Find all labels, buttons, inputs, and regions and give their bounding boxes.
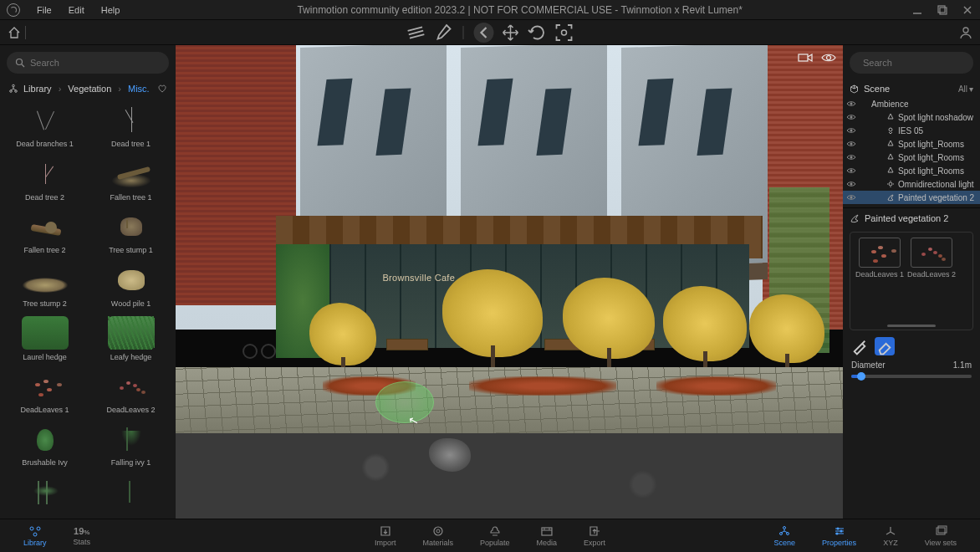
scene-node[interactable]: Spot light noshadow (843, 110, 980, 124)
eyedropper-tool-icon[interactable] (433, 23, 453, 43)
scene-node-ambience[interactable]: Ambience (843, 97, 980, 110)
selection-thumb[interactable]: DeadLeaves 1 (855, 238, 904, 279)
dock-properties-button[interactable]: Properties (809, 525, 870, 547)
viewport-visibility-icon[interactable] (821, 52, 836, 64)
scene-node[interactable]: Spot light_Rooms (843, 137, 980, 151)
visibility-toggle-icon[interactable] (846, 179, 856, 189)
svg-point-10 (10, 90, 13, 93)
svg-point-21 (850, 156, 853, 159)
visibility-toggle-icon[interactable] (846, 166, 856, 176)
scene-search[interactable] (850, 52, 973, 74)
dock-viewsets-button[interactable]: View sets (911, 525, 970, 547)
menu-file[interactable]: File (28, 5, 60, 15)
svg-rect-31 (542, 528, 552, 535)
breadcrumb-misc[interactable]: Misc. (128, 84, 150, 94)
paint-mode-button[interactable] (850, 337, 870, 355)
visibility-toggle-icon[interactable] (846, 152, 856, 162)
dock-label: View sets (925, 539, 957, 547)
asset-grid[interactable]: Dead branches 1 Dead tree 1 Dead tree 2 … (0, 97, 176, 519)
dock-materials-button[interactable]: Materials (409, 525, 467, 547)
asset-item[interactable]: Brushable Ivy (7, 419, 83, 471)
scene-node[interactable]: Spot light_Rooms (843, 151, 980, 164)
scene-node[interactable]: Spot light_Rooms (843, 164, 980, 177)
asset-item[interactable] (7, 473, 83, 516)
xyz-icon (884, 525, 897, 537)
asset-item[interactable]: Fallen tree 2 (7, 207, 83, 258)
menu-help[interactable]: Help (93, 5, 129, 15)
library-search-input[interactable] (30, 58, 161, 68)
visibility-toggle-icon[interactable] (846, 99, 856, 109)
favorite-icon[interactable] (157, 84, 167, 94)
thumb-scrollbar[interactable] (887, 325, 936, 327)
dock-export-button[interactable]: Export (570, 525, 619, 547)
svg-point-16 (850, 103, 853, 105)
svg-point-17 (850, 116, 853, 119)
erase-mode-button[interactable] (875, 337, 895, 355)
materials-icon (431, 525, 445, 537)
dock-label: Materials (422, 539, 453, 547)
svg-point-29 (434, 527, 442, 535)
scene-node-selected[interactable]: Painted vegetation 2 (843, 191, 980, 204)
asset-label: Fallen tree 2 (23, 246, 65, 254)
visibility-toggle-icon[interactable] (846, 139, 856, 149)
window-close-button[interactable] (962, 4, 973, 16)
asset-item[interactable]: Dead tree 1 (93, 100, 169, 152)
scene-tree: Ambience Spot light noshadow IES 05 Spot… (843, 97, 980, 204)
window-minimize-button[interactable] (911, 4, 923, 16)
focus-tool-icon[interactable] (554, 23, 574, 43)
menu-edit[interactable]: Edit (60, 5, 93, 15)
dock-xyz-button[interactable]: XYZ (870, 525, 911, 547)
scene-node[interactable]: IES 05 (843, 124, 980, 137)
asset-item[interactable]: Tree stump 1 (93, 207, 169, 258)
visibility-toggle-icon[interactable] (846, 192, 856, 202)
visibility-toggle-icon[interactable] (846, 125, 856, 135)
window-maximize-button[interactable] (937, 4, 948, 16)
scene-search-input[interactable] (863, 58, 978, 68)
asset-item[interactable]: Dead tree 2 (7, 154, 83, 206)
svg-point-6 (963, 28, 968, 33)
library-search[interactable] (7, 52, 169, 74)
asset-item[interactable]: Fallen tree 1 (93, 154, 169, 206)
asset-item[interactable] (93, 473, 169, 516)
layers-tool-icon[interactable] (406, 23, 426, 43)
dock-stats-button[interactable]: 19% Stats (60, 526, 105, 546)
selection-thumb[interactable]: DeadLeaves 2 (907, 238, 956, 279)
home-button[interactable] (7, 25, 22, 40)
spotlight-icon (886, 140, 895, 148)
asset-label: DeadLeaves 1 (20, 406, 69, 414)
svg-line-8 (22, 64, 24, 67)
dock-scene-button[interactable]: Scene (761, 525, 809, 547)
asset-thumbnail (22, 210, 69, 243)
viewport-3d[interactable]: Brownsville Cafe ↖ (176, 45, 843, 519)
svg-point-13 (827, 56, 831, 60)
refresh-tool-icon[interactable] (528, 23, 548, 43)
nav-back-icon[interactable] (474, 23, 494, 43)
viewport-camera-icon[interactable] (798, 52, 813, 64)
scene-header: Scene All ▾ (843, 80, 980, 97)
breadcrumb-vegetation[interactable]: Vegetation (68, 84, 111, 94)
asset-item[interactable]: Dead branches 1 (7, 100, 83, 152)
diameter-label: Diameter (851, 360, 886, 370)
dock-media-button[interactable]: Media (523, 525, 571, 547)
dock-import-button[interactable]: Import (361, 525, 410, 547)
asset-item[interactable]: Leafy hedge (93, 313, 169, 365)
asset-item[interactable]: Wood pile 1 (93, 260, 169, 312)
user-account-icon[interactable] (958, 25, 973, 40)
dock-label: Populate (480, 539, 510, 547)
visibility-toggle-icon[interactable] (846, 112, 856, 122)
scene-node[interactable]: Omnidirectional light (843, 177, 980, 191)
asset-item[interactable]: Laurel hedge (7, 313, 83, 365)
dock-library-button[interactable]: Library (10, 525, 60, 547)
slider-handle[interactable] (857, 372, 865, 381)
svg-point-22 (850, 170, 853, 172)
dock-populate-button[interactable]: Populate (467, 525, 523, 547)
diameter-slider[interactable] (851, 375, 972, 378)
move-tool-icon[interactable] (501, 23, 521, 43)
asset-item[interactable]: Tree stump 2 (7, 260, 83, 312)
scene-filter-dropdown[interactable]: All ▾ (958, 84, 973, 94)
breadcrumb-library[interactable]: Library (23, 84, 52, 94)
asset-item[interactable]: DeadLeaves 1 (7, 366, 83, 418)
hierarchy-icon (8, 84, 18, 94)
asset-item[interactable]: Falling ivy 1 (93, 419, 169, 471)
asset-item[interactable]: DeadLeaves 2 (93, 366, 169, 418)
